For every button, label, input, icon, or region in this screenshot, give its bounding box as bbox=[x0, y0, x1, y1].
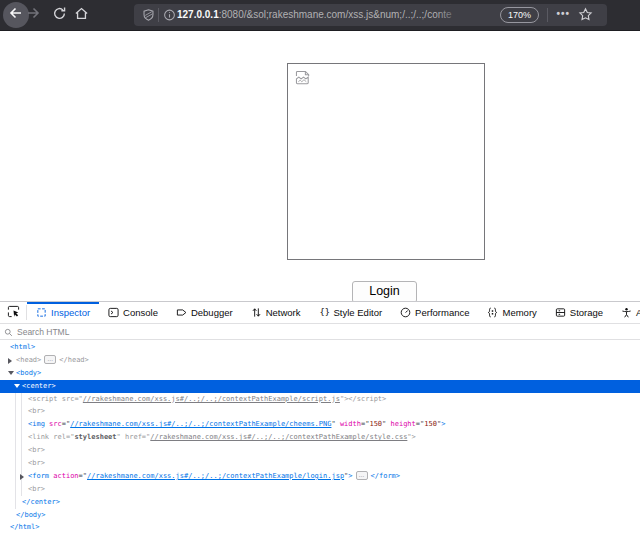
markup-line[interactable]: <html> bbox=[0, 341, 640, 354]
tab-inspector[interactable]: Inspector bbox=[27, 302, 99, 323]
devtools-tabbar: InspectorConsoleDebuggerNetwork{}Style E… bbox=[0, 302, 640, 324]
node-picker-icon bbox=[7, 304, 20, 322]
style-editor-icon: {} bbox=[319, 307, 330, 318]
url-text[interactable]: 127.0.0.1:8080/&sol;rakeshmane.com/xss.j… bbox=[177, 4, 465, 26]
tab-label: Debugger bbox=[191, 307, 233, 318]
markup-token: stylesheet bbox=[74, 433, 116, 441]
attribute-link[interactable]: //rakeshmane.com/xss.js#/..;/..;/context… bbox=[150, 433, 407, 441]
tab-storage[interactable]: Storage bbox=[546, 302, 612, 323]
node-picker-button[interactable] bbox=[0, 302, 26, 323]
markup-token: </head> bbox=[59, 356, 89, 364]
page-viewport: Login bbox=[0, 31, 640, 301]
markup-token: <script bbox=[28, 395, 58, 403]
markup-view: <html><head>…</head><body><center><scrip… bbox=[0, 341, 640, 558]
urlbar-separator bbox=[158, 8, 159, 22]
markup-token: =" bbox=[74, 395, 82, 403]
console-icon bbox=[108, 307, 119, 318]
tab-accessibility[interactable]: Accessibility bbox=[612, 302, 640, 323]
tab-debugger[interactable]: Debugger bbox=[167, 302, 242, 323]
markup-token: <br> bbox=[28, 485, 45, 493]
attribute-link[interactable]: //rakeshmane.com/xss.js#/..;/..;/context… bbox=[83, 395, 340, 403]
markup-token: href bbox=[125, 433, 142, 441]
markup-token: <img bbox=[28, 420, 45, 428]
markup-line[interactable]: <br> bbox=[0, 405, 640, 418]
tab-network[interactable]: Network bbox=[242, 302, 310, 323]
url-fade-overlay bbox=[435, 5, 465, 25]
markup-token: =" bbox=[416, 420, 424, 428]
tab-style-editor[interactable]: {}Style Editor bbox=[310, 302, 392, 323]
storage-icon bbox=[555, 307, 566, 318]
markup-token: <form bbox=[28, 472, 49, 480]
markup-line[interactable]: </html> bbox=[0, 521, 640, 534]
login-button[interactable]: Login bbox=[352, 281, 417, 303]
collapse-arrow-icon[interactable] bbox=[14, 384, 20, 388]
tab-label: Network bbox=[266, 307, 301, 318]
expand-arrow-icon[interactable] bbox=[8, 358, 12, 364]
site-info-icon[interactable] bbox=[163, 8, 176, 26]
markup-token: </html> bbox=[10, 523, 40, 531]
svg-text:{}: {} bbox=[319, 307, 329, 317]
page-actions-icon[interactable]: ••• bbox=[556, 4, 570, 26]
inspector-icon bbox=[36, 307, 47, 318]
markup-line[interactable]: <link rel="stylesheet" href="//rakeshman… bbox=[0, 431, 640, 444]
markup-token: </script> bbox=[348, 395, 386, 403]
markup-line[interactable]: <form action="//rakeshmane.com/xss.js#/.… bbox=[0, 470, 640, 483]
browser-toolbar: 127.0.0.1:8080/&sol;rakeshmane.com/xss.j… bbox=[0, 0, 640, 31]
devtools-panel: InspectorConsoleDebuggerNetwork{}Style E… bbox=[0, 301, 640, 558]
tab-memory[interactable]: Memory bbox=[478, 302, 545, 323]
markup-line[interactable]: </center> bbox=[0, 496, 640, 509]
markup-line[interactable]: <head>…</head> bbox=[0, 354, 640, 367]
markup-token: <html> bbox=[10, 343, 35, 351]
markup-token: " bbox=[382, 420, 390, 428]
attribute-link[interactable]: //rakeshmane.com/xss.js#/..;/..;/context… bbox=[70, 420, 331, 428]
reload-icon bbox=[52, 6, 67, 25]
url-bar[interactable]: 127.0.0.1:8080/&sol;rakeshmane.com/xss.j… bbox=[134, 4, 607, 26]
reload-button[interactable] bbox=[51, 7, 67, 23]
broken-image-icon bbox=[295, 70, 312, 90]
markup-line[interactable]: <body> bbox=[0, 367, 640, 380]
markup-line[interactable]: <img src="//rakeshmane.com/xss.js#/..;/.… bbox=[0, 418, 640, 431]
markup-token: 150 bbox=[369, 420, 382, 428]
markup-line[interactable]: <br> bbox=[0, 457, 640, 470]
collapsed-content-badge[interactable]: … bbox=[356, 471, 368, 480]
home-button[interactable] bbox=[73, 7, 89, 23]
forward-button[interactable] bbox=[25, 7, 41, 23]
shield-icon[interactable] bbox=[142, 8, 155, 26]
accessibility-icon bbox=[621, 307, 632, 318]
tab-label: Accessibility bbox=[636, 307, 640, 318]
broken-image-placeholder bbox=[287, 63, 485, 260]
tab-label: Memory bbox=[502, 307, 536, 318]
markup-token: src bbox=[62, 395, 75, 403]
markup-token: </body> bbox=[16, 511, 46, 519]
tab-performance[interactable]: Performance bbox=[391, 302, 478, 323]
markup-line[interactable]: <br> bbox=[0, 483, 640, 496]
markup-token: <br> bbox=[28, 407, 45, 415]
url-host: 127.0.0.1 bbox=[177, 9, 219, 20]
markup-line[interactable]: <center> bbox=[0, 380, 640, 393]
search-icon bbox=[4, 323, 13, 341]
attribute-link[interactable]: //rakeshmane.com/xss.js#/..;/..;/context… bbox=[87, 472, 344, 480]
bookmark-star-icon[interactable] bbox=[578, 7, 593, 26]
markup-token: " bbox=[117, 433, 125, 441]
markup-token: 150 bbox=[424, 420, 437, 428]
markup-token: =" bbox=[79, 472, 87, 480]
markup-line[interactable]: </body> bbox=[0, 509, 640, 522]
search-html-input[interactable] bbox=[17, 327, 267, 337]
tab-console[interactable]: Console bbox=[99, 302, 167, 323]
markup-token: > bbox=[412, 433, 416, 441]
tab-label: Performance bbox=[415, 307, 469, 318]
debugger-icon bbox=[176, 307, 187, 318]
urlbar-separator-2 bbox=[547, 8, 548, 22]
network-icon bbox=[251, 307, 262, 318]
markup-line[interactable]: <br> bbox=[0, 444, 640, 457]
markup-token: > bbox=[441, 420, 445, 428]
markup-line[interactable]: <script src="//rakeshmane.com/xss.js#/..… bbox=[0, 393, 640, 406]
url-path: :8080/&sol;rakeshmane.com/xss.js&num;/..… bbox=[219, 9, 452, 20]
expand-arrow-icon[interactable] bbox=[20, 474, 24, 480]
markup-token: <link bbox=[28, 433, 49, 441]
collapse-arrow-icon[interactable] bbox=[8, 371, 14, 375]
collapsed-content-badge[interactable]: … bbox=[44, 355, 56, 364]
markup-token: =" bbox=[62, 420, 70, 428]
zoom-indicator[interactable]: 170% bbox=[500, 7, 539, 23]
browser-window: 127.0.0.1:8080/&sol;rakeshmane.com/xss.j… bbox=[0, 0, 640, 558]
